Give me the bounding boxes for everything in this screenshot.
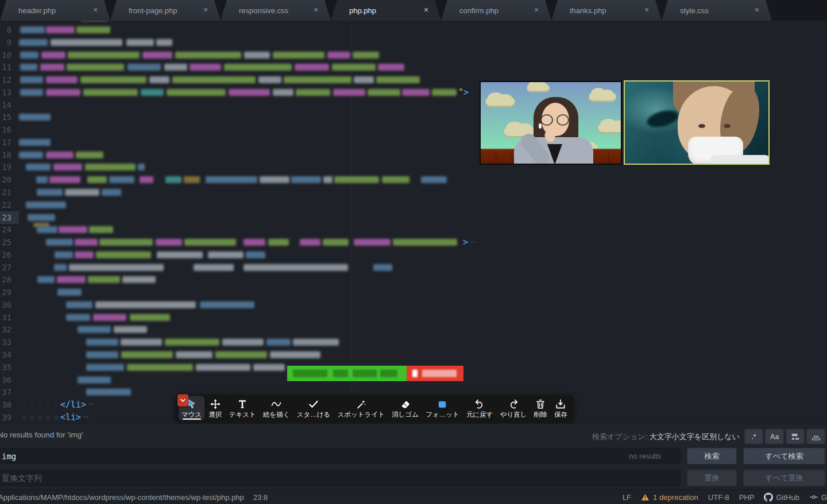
code-blur-segment: [127, 64, 161, 71]
code-blur-segment: [353, 52, 379, 59]
tool-format[interactable]: フォ…ット: [423, 396, 462, 420]
line-number: 16: [0, 123, 11, 136]
code-line39: <li>¬: [60, 411, 88, 424]
close-icon[interactable]: ×: [311, 5, 320, 14]
deprecation-warning[interactable]: 1 deprecation: [641, 493, 698, 502]
code-blur-segment: [333, 89, 365, 96]
code-blur-segment: [20, 89, 43, 96]
code-blur-segment: [323, 176, 333, 183]
tab-php-php[interactable]: php.php ×: [331, 0, 441, 21]
annotation-highlight-red: [407, 366, 463, 381]
tool-undo[interactable]: 元に戻す: [463, 396, 496, 420]
tool-spotlight[interactable]: スポットライト: [335, 396, 388, 420]
git-commit-icon: [809, 493, 818, 502]
code-blur-segment: [87, 176, 107, 183]
code-line-blurred: [0, 336, 827, 348]
code-blur-segment: [127, 364, 193, 371]
tool-text[interactable]: テキスト: [226, 396, 259, 420]
tab-responsive-css[interactable]: responsive.css ×: [221, 0, 331, 21]
replace-button[interactable]: 置換: [687, 470, 737, 486]
cursor-position[interactable]: 23:8: [253, 493, 268, 502]
tool-draw[interactable]: 絵を描く: [260, 396, 293, 420]
code-blur-segment: [200, 301, 254, 308]
code-blur-segment: [75, 251, 94, 258]
status-bar: Applications/MAMP/htdocs/wordpress/wp-co…: [0, 489, 827, 504]
code-line-blurred: [0, 298, 827, 311]
cloud: [598, 123, 622, 134]
code-blur-segment: [296, 89, 330, 96]
close-icon[interactable]: ×: [201, 5, 210, 14]
tab-style-css[interactable]: style.css ×: [662, 0, 772, 21]
git-status[interactable]: G: [809, 493, 827, 502]
search-result-note: no results: [629, 452, 661, 460]
tool-save[interactable]: 保存: [551, 396, 570, 420]
code-blur-segment: [332, 64, 376, 71]
code-blur-segment: [37, 276, 55, 283]
tool-redo[interactable]: やり直し: [497, 396, 530, 420]
annotation-highlight-green: [287, 366, 407, 381]
tab-thanks-php[interactable]: thanks.php ×: [551, 0, 662, 21]
code-blur-segment: [273, 89, 293, 96]
code-line13-suffix: ">: [458, 86, 469, 99]
tab-title: front-page.php: [129, 6, 177, 15]
code-blur-segment: [76, 152, 103, 158]
code-line-blurred: [0, 49, 827, 61]
code-blur-segment: [402, 89, 430, 96]
code-blur-segment: [66, 314, 90, 321]
close-icon[interactable]: ×: [532, 5, 541, 14]
in-selection-toggle-button[interactable]: [786, 429, 805, 444]
replace-all-button[interactable]: すべて置換: [743, 470, 825, 486]
earbud: [539, 123, 542, 129]
github-status[interactable]: GitHub: [764, 493, 799, 502]
webcam-video-left: [480, 81, 622, 165]
code-blur-segment: [69, 264, 164, 271]
close-icon[interactable]: ×: [752, 5, 762, 14]
find-all-button[interactable]: すべて検索: [743, 448, 825, 464]
tool-eraser[interactable]: 消しゴム: [389, 396, 422, 420]
tool-stamp[interactable]: スタ…ける: [294, 396, 334, 420]
code-blur-segment: [354, 76, 374, 83]
code-blur-segment: [20, 76, 43, 83]
code-blur-segment: [46, 152, 74, 158]
selection-icon: [790, 432, 801, 442]
code-line-blurred: [0, 236, 827, 249]
person-shoulder: [710, 155, 770, 165]
tool-delete[interactable]: 削除: [531, 396, 550, 420]
code-blur-segment: [196, 364, 250, 371]
encoding-indicator[interactable]: UTF-8: [708, 493, 729, 502]
close-icon[interactable]: ×: [642, 5, 651, 14]
code-blur-segment: [88, 276, 120, 283]
github-icon: [764, 493, 773, 502]
code-blur-segment: [138, 164, 145, 170]
close-icon[interactable]: ×: [91, 5, 100, 14]
code-blur-segment: [99, 239, 153, 246]
tab-confirm-php[interactable]: confirm.php ×: [441, 0, 551, 21]
code-blur-segment: [67, 64, 124, 71]
regex-toggle-button[interactable]: .*: [744, 429, 763, 444]
code-blur-segment: [334, 176, 379, 183]
case-sensitive-toggle-button[interactable]: Aa: [765, 429, 784, 444]
tab-title: confirm.php: [459, 6, 498, 15]
code-line38: </li>¬: [60, 398, 93, 411]
language-indicator[interactable]: PHP: [739, 493, 755, 502]
code-blur-segment: [368, 89, 400, 96]
tab-header-php[interactable]: header.php ×: [0, 0, 110, 21]
code-blur-segment: [46, 89, 80, 96]
spotlight-wand-icon: [355, 398, 367, 410]
annotation-badge[interactable]: [177, 394, 188, 406]
code-blur-segment: [268, 239, 289, 246]
line-ending-indicator[interactable]: LF: [623, 493, 631, 502]
code-blur-segment: [66, 301, 92, 308]
whole-word-toggle-button[interactable]: [806, 429, 825, 444]
search-input[interactable]: [0, 448, 681, 464]
tab-title: header.php: [18, 6, 56, 15]
replace-input[interactable]: [0, 470, 681, 486]
close-icon[interactable]: ×: [422, 5, 431, 14]
tab-front-page-php[interactable]: front-page.php ×: [110, 0, 221, 21]
tool-select[interactable]: 選択: [206, 396, 225, 420]
code-blur-segment: [46, 239, 73, 246]
find-button[interactable]: 検索: [687, 448, 737, 464]
code-blur-segment: [51, 39, 122, 46]
code-blur-segment: [266, 339, 291, 346]
code-blur-segment: [57, 276, 86, 283]
